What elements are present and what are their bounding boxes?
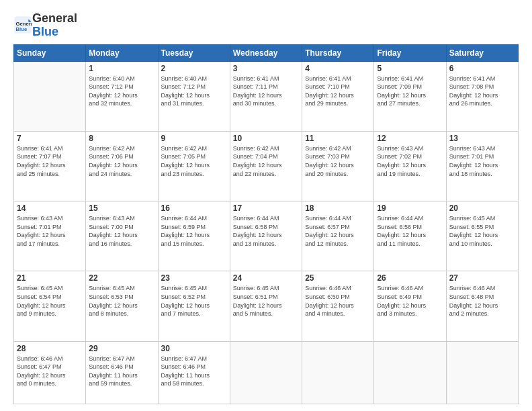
- day-info: Sunrise: 6:44 AM Sunset: 6:58 PM Dayligh…: [233, 214, 299, 248]
- calendar-cell: 19Sunrise: 6:44 AM Sunset: 6:56 PM Dayli…: [374, 201, 446, 271]
- day-info: Sunrise: 6:42 AM Sunset: 7:04 PM Dayligh…: [233, 144, 299, 178]
- day-info: Sunrise: 6:42 AM Sunset: 7:05 PM Dayligh…: [161, 144, 227, 178]
- header: General Blue General Blue: [13, 12, 519, 39]
- day-info: Sunrise: 6:41 AM Sunset: 7:11 PM Dayligh…: [233, 75, 299, 108]
- weekday-header-tuesday: Tuesday: [158, 44, 230, 61]
- week-row-3: 14Sunrise: 6:43 AM Sunset: 7:01 PM Dayli…: [14, 201, 519, 271]
- calendar-cell: 10Sunrise: 6:42 AM Sunset: 7:04 PM Dayli…: [230, 131, 302, 201]
- day-info: Sunrise: 6:40 AM Sunset: 7:12 PM Dayligh…: [89, 75, 154, 108]
- day-info: Sunrise: 6:44 AM Sunset: 6:56 PM Dayligh…: [377, 214, 443, 248]
- day-number: 15: [89, 203, 154, 213]
- calendar-cell: 29Sunrise: 6:47 AM Sunset: 6:46 PM Dayli…: [86, 341, 158, 404]
- day-info: Sunrise: 6:42 AM Sunset: 7:06 PM Dayligh…: [89, 144, 154, 178]
- day-number: 22: [89, 273, 154, 283]
- calendar-cell: 26Sunrise: 6:46 AM Sunset: 6:49 PM Dayli…: [374, 271, 446, 341]
- calendar-cell: [230, 341, 302, 404]
- calendar-cell: 4Sunrise: 6:41 AM Sunset: 7:10 PM Daylig…: [302, 61, 374, 131]
- day-info: Sunrise: 6:43 AM Sunset: 7:02 PM Dayligh…: [377, 144, 443, 178]
- day-number: 7: [17, 134, 83, 143]
- calendar-cell: 3Sunrise: 6:41 AM Sunset: 7:11 PM Daylig…: [230, 61, 302, 131]
- calendar-cell: 11Sunrise: 6:42 AM Sunset: 7:03 PM Dayli…: [302, 131, 374, 201]
- calendar-cell: 18Sunrise: 6:44 AM Sunset: 6:57 PM Dayli…: [302, 201, 374, 271]
- weekday-header-saturday: Saturday: [446, 44, 518, 61]
- calendar-cell: 24Sunrise: 6:45 AM Sunset: 6:51 PM Dayli…: [230, 271, 302, 341]
- svg-text:Blue: Blue: [16, 26, 28, 32]
- day-number: 5: [377, 64, 443, 73]
- day-info: Sunrise: 6:45 AM Sunset: 6:53 PM Dayligh…: [89, 284, 154, 318]
- day-info: Sunrise: 6:47 AM Sunset: 6:46 PM Dayligh…: [89, 355, 154, 388]
- day-number: 28: [17, 344, 83, 353]
- weekday-header-row: SundayMondayTuesdayWednesdayThursdayFrid…: [14, 44, 519, 61]
- day-number: 12: [377, 134, 443, 143]
- calendar-cell: 2Sunrise: 6:40 AM Sunset: 7:12 PM Daylig…: [158, 61, 230, 131]
- logo: General Blue General Blue: [13, 12, 77, 39]
- weekday-header-monday: Monday: [86, 44, 158, 61]
- day-info: Sunrise: 6:45 AM Sunset: 6:55 PM Dayligh…: [449, 214, 515, 248]
- calendar-cell: 6Sunrise: 6:41 AM Sunset: 7:08 PM Daylig…: [446, 61, 518, 131]
- calendar-cell: 7Sunrise: 6:41 AM Sunset: 7:07 PM Daylig…: [14, 131, 86, 201]
- day-number: 20: [449, 203, 515, 213]
- day-info: Sunrise: 6:41 AM Sunset: 7:07 PM Dayligh…: [17, 144, 83, 178]
- logo-icon: General Blue: [13, 15, 32, 34]
- day-number: 14: [17, 203, 83, 213]
- weekday-header-friday: Friday: [374, 44, 446, 61]
- day-info: Sunrise: 6:43 AM Sunset: 7:00 PM Dayligh…: [89, 214, 154, 248]
- day-info: Sunrise: 6:43 AM Sunset: 7:01 PM Dayligh…: [17, 214, 83, 248]
- calendar-cell: 16Sunrise: 6:44 AM Sunset: 6:59 PM Dayli…: [158, 201, 230, 271]
- day-number: 3: [233, 64, 299, 73]
- day-number: 6: [449, 64, 515, 73]
- logo-text: General Blue: [32, 12, 77, 39]
- day-number: 16: [161, 203, 227, 213]
- day-number: 4: [305, 64, 371, 73]
- calendar-cell: 13Sunrise: 6:43 AM Sunset: 7:01 PM Dayli…: [446, 131, 518, 201]
- calendar-cell: [14, 61, 86, 131]
- calendar-cell: 28Sunrise: 6:46 AM Sunset: 6:47 PM Dayli…: [14, 341, 86, 404]
- calendar-cell: [446, 341, 518, 404]
- week-row-5: 28Sunrise: 6:46 AM Sunset: 6:47 PM Dayli…: [14, 341, 519, 404]
- day-info: Sunrise: 6:45 AM Sunset: 6:54 PM Dayligh…: [17, 284, 83, 318]
- day-number: 23: [161, 273, 227, 283]
- day-info: Sunrise: 6:43 AM Sunset: 7:01 PM Dayligh…: [449, 144, 515, 178]
- calendar-cell: 5Sunrise: 6:41 AM Sunset: 7:09 PM Daylig…: [374, 61, 446, 131]
- calendar-cell: 22Sunrise: 6:45 AM Sunset: 6:53 PM Dayli…: [86, 271, 158, 341]
- day-info: Sunrise: 6:46 AM Sunset: 6:49 PM Dayligh…: [377, 284, 443, 318]
- weekday-header-wednesday: Wednesday: [230, 44, 302, 61]
- calendar-cell: 9Sunrise: 6:42 AM Sunset: 7:05 PM Daylig…: [158, 131, 230, 201]
- calendar-cell: 21Sunrise: 6:45 AM Sunset: 6:54 PM Dayli…: [14, 271, 86, 341]
- day-number: 11: [305, 134, 371, 143]
- day-info: Sunrise: 6:41 AM Sunset: 7:08 PM Dayligh…: [449, 75, 515, 108]
- page: General Blue General Blue SundayMondayTu…: [0, 0, 532, 411]
- day-info: Sunrise: 6:45 AM Sunset: 6:51 PM Dayligh…: [233, 284, 299, 318]
- day-number: 18: [305, 203, 371, 213]
- logo-blue: Blue: [32, 25, 58, 38]
- day-number: 2: [161, 64, 227, 73]
- calendar-table: SundayMondayTuesdayWednesdayThursdayFrid…: [13, 44, 519, 404]
- calendar-cell: 20Sunrise: 6:45 AM Sunset: 6:55 PM Dayli…: [446, 201, 518, 271]
- day-info: Sunrise: 6:46 AM Sunset: 6:47 PM Dayligh…: [17, 355, 83, 388]
- day-number: 25: [305, 273, 371, 283]
- weekday-header-thursday: Thursday: [302, 44, 374, 61]
- day-number: 13: [449, 134, 515, 143]
- calendar-cell: 23Sunrise: 6:45 AM Sunset: 6:52 PM Dayli…: [158, 271, 230, 341]
- day-info: Sunrise: 6:41 AM Sunset: 7:10 PM Dayligh…: [305, 75, 371, 108]
- day-number: 24: [233, 273, 299, 283]
- day-info: Sunrise: 6:44 AM Sunset: 6:57 PM Dayligh…: [305, 214, 371, 248]
- day-info: Sunrise: 6:41 AM Sunset: 7:09 PM Dayligh…: [377, 75, 443, 108]
- calendar-cell: 14Sunrise: 6:43 AM Sunset: 7:01 PM Dayli…: [14, 201, 86, 271]
- day-info: Sunrise: 6:45 AM Sunset: 6:52 PM Dayligh…: [161, 284, 227, 318]
- calendar-cell: 30Sunrise: 6:47 AM Sunset: 6:46 PM Dayli…: [158, 341, 230, 404]
- calendar-cell: 27Sunrise: 6:46 AM Sunset: 6:48 PM Dayli…: [446, 271, 518, 341]
- calendar-cell: [302, 341, 374, 404]
- day-number: 26: [377, 273, 443, 283]
- day-number: 17: [233, 203, 299, 213]
- calendar-cell: [374, 341, 446, 404]
- calendar-cell: 12Sunrise: 6:43 AM Sunset: 7:02 PM Dayli…: [374, 131, 446, 201]
- day-number: 29: [89, 344, 154, 353]
- day-info: Sunrise: 6:40 AM Sunset: 7:12 PM Dayligh…: [161, 75, 227, 108]
- day-number: 19: [377, 203, 443, 213]
- day-number: 9: [161, 134, 227, 143]
- calendar-cell: 25Sunrise: 6:46 AM Sunset: 6:50 PM Dayli…: [302, 271, 374, 341]
- day-number: 8: [89, 134, 154, 143]
- day-number: 21: [17, 273, 83, 283]
- logo-general: General: [32, 11, 77, 25]
